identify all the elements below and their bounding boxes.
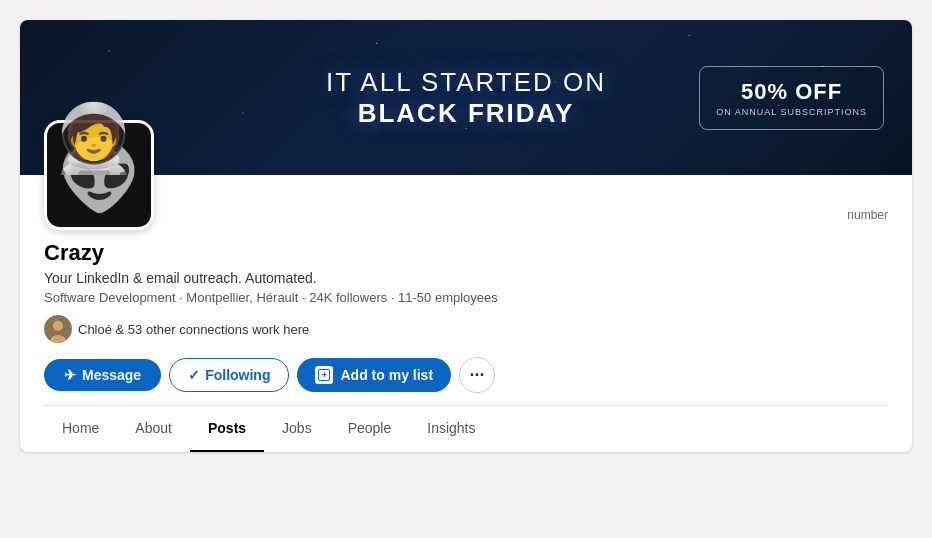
connections-text: Chloé & 53 other connections work here xyxy=(78,322,309,337)
message-label: Message xyxy=(82,367,141,383)
message-icon: ✈ xyxy=(64,367,76,383)
banner-line1: IT ALL STARTED ON xyxy=(326,67,606,98)
avatar-row: 👽 number xyxy=(44,175,888,230)
tab-about[interactable]: About xyxy=(117,406,190,452)
add-to-list-button[interactable]: + Add to my list xyxy=(297,358,451,392)
actions-row: ✈ Message ✓ Following + Add to my list ·… xyxy=(44,357,888,393)
tab-jobs[interactable]: Jobs xyxy=(264,406,330,452)
svg-point-1 xyxy=(53,321,63,331)
number-label: number xyxy=(847,208,888,230)
following-label: Following xyxy=(205,367,270,383)
astronaut-icon: 🧑‍🚀 xyxy=(50,105,137,175)
message-button[interactable]: ✈ Message xyxy=(44,359,161,391)
tab-home[interactable]: Home xyxy=(44,406,117,452)
tab-posts[interactable]: Posts xyxy=(190,406,264,452)
company-profile-card: 🧑‍🚀 IT ALL STARTED ON BLACK FRIDAY 50% O… xyxy=(20,20,912,452)
connection-avatar xyxy=(44,315,72,343)
more-options-button[interactable]: ··· xyxy=(459,357,495,393)
banner-badge-percent: 50% OFF xyxy=(716,79,867,105)
add-list-icon: + xyxy=(315,366,333,384)
more-icon: ··· xyxy=(470,365,485,386)
tab-insights[interactable]: Insights xyxy=(409,406,493,452)
banner-badge-sub: ON ANNUAL SUBSCRIPTIONS xyxy=(716,107,867,117)
tab-people[interactable]: People xyxy=(330,406,410,452)
banner-line2: BLACK FRIDAY xyxy=(326,98,606,129)
following-button[interactable]: ✓ Following xyxy=(169,358,289,392)
company-tagline: Your LinkedIn & email outreach. Automate… xyxy=(44,270,888,286)
connections-row: Chloé & 53 other connections work here xyxy=(44,315,888,343)
company-name: Crazy xyxy=(44,240,888,266)
banner-text: IT ALL STARTED ON BLACK FRIDAY xyxy=(326,67,606,129)
add-to-list-label: Add to my list xyxy=(340,367,433,383)
checkmark-icon: ✓ xyxy=(188,367,200,383)
company-meta: Software Development · Montpellier, Héra… xyxy=(44,290,888,305)
nav-tabs: Home About Posts Jobs People Insights xyxy=(44,405,888,452)
banner-badge: 50% OFF ON ANNUAL SUBSCRIPTIONS xyxy=(699,66,884,130)
profile-section: 👽 number Crazy Your LinkedIn & email out… xyxy=(20,175,912,452)
